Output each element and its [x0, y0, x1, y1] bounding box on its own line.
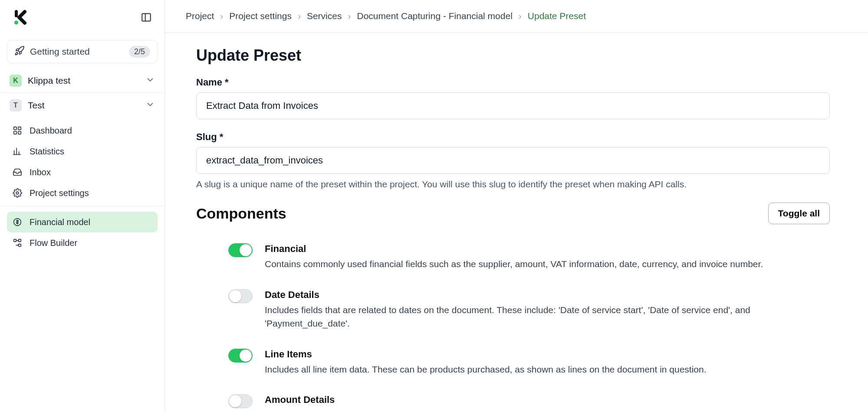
- sidebar: Getting started 2/5 K Klippa test T Test…: [0, 0, 165, 412]
- component-toggle[interactable]: [228, 394, 253, 408]
- dashboard-icon: [12, 125, 23, 136]
- component-description: Includes all line item data. These can b…: [265, 363, 830, 376]
- inbox-icon: [12, 167, 23, 177]
- project-name: Test: [28, 100, 139, 111]
- component-description: Contains commonly used financial fields …: [265, 257, 830, 271]
- component-description: Includes fields that are related to date…: [265, 303, 830, 330]
- sidebar-item-label: Inbox: [30, 167, 51, 177]
- component-body: FinancialContains commonly used financia…: [265, 243, 830, 271]
- components-heading: Components: [196, 205, 286, 222]
- sidebar-nav: Dashboard Statistics Inbox Project setti…: [0, 118, 164, 206]
- getting-started-card[interactable]: Getting started 2/5: [7, 40, 158, 63]
- chevron-right-icon: ›: [348, 11, 351, 21]
- breadcrumb-item[interactable]: Project: [186, 11, 214, 21]
- chevron-down-icon: [145, 100, 155, 111]
- sidebar-item-flow-builder[interactable]: Flow Builder: [7, 232, 158, 253]
- breadcrumb-item[interactable]: Project settings: [229, 11, 292, 21]
- components-header: Components Toggle all: [196, 203, 830, 224]
- breadcrumb-item[interactable]: Services: [307, 11, 342, 21]
- toggle-all-button[interactable]: Toggle all: [768, 203, 830, 224]
- breadcrumb-item[interactable]: Document Capturing - Financial model: [357, 11, 512, 21]
- slug-label: Slug *: [196, 131, 837, 143]
- components-list: FinancialContains commonly used financia…: [196, 237, 837, 412]
- collapse-sidebar-button[interactable]: [138, 10, 154, 25]
- component-toggle[interactable]: [228, 289, 253, 303]
- name-label: Name *: [196, 77, 837, 88]
- sidebar-item-financial-model[interactable]: Financial model: [7, 212, 158, 232]
- component-row: Amount Details: [196, 388, 830, 412]
- component-row: Date DetailsIncludes fields that are rel…: [196, 283, 830, 343]
- sidebar-item-label: Statistics: [30, 147, 64, 157]
- main: Project › Project settings › Services › …: [165, 0, 868, 412]
- sidebar-item-dashboard[interactable]: Dashboard: [7, 120, 158, 141]
- breadcrumb: Project › Project settings › Services › …: [165, 0, 868, 33]
- org-name: Klippa test: [28, 75, 139, 86]
- svg-rect-0: [15, 10, 18, 17]
- sidebar-item-label: Flow Builder: [30, 238, 77, 248]
- chevron-right-icon: ›: [220, 11, 223, 21]
- name-field: Name *: [196, 77, 837, 119]
- component-toggle[interactable]: [228, 349, 253, 363]
- name-input[interactable]: [196, 92, 830, 119]
- component-row: FinancialContains commonly used financia…: [196, 237, 830, 283]
- component-body: Date DetailsIncludes fields that are rel…: [265, 289, 830, 330]
- svg-rect-7: [18, 131, 21, 134]
- sidebar-item-label: Dashboard: [30, 126, 72, 136]
- svg-rect-5: [18, 127, 21, 130]
- app-logo-icon: [10, 9, 27, 26]
- statistics-icon: [12, 146, 23, 157]
- chevron-right-icon: ›: [298, 11, 301, 21]
- sidebar-item-statistics[interactable]: Statistics: [7, 141, 158, 162]
- component-body: Line ItemsIncludes all line item data. T…: [265, 349, 830, 376]
- slug-input[interactable]: [196, 147, 830, 174]
- component-toggle[interactable]: [228, 243, 253, 257]
- page-title: Update Preset: [196, 46, 837, 65]
- getting-started-label: Getting started: [30, 46, 124, 57]
- sidebar-item-project-settings[interactable]: Project settings: [7, 183, 158, 203]
- getting-started-progress-badge: 2/5: [129, 46, 150, 58]
- breadcrumb-item-current: Update Preset: [528, 11, 586, 21]
- dollar-circle-icon: [12, 217, 23, 227]
- component-title: Line Items: [265, 349, 830, 360]
- component-title: Date Details: [265, 289, 830, 301]
- svg-rect-2: [142, 13, 151, 21]
- sidebar-item-label: Financial model: [30, 217, 90, 227]
- svg-rect-6: [14, 131, 16, 134]
- sidebar-top: [0, 0, 164, 35]
- project-switcher[interactable]: T Test: [0, 93, 164, 118]
- gear-icon: [12, 188, 23, 198]
- component-body: Amount Details: [265, 394, 830, 408]
- slug-help-text: A slug is a unique name of the preset wi…: [196, 179, 837, 190]
- project-initial-badge: T: [10, 99, 22, 111]
- sidebar-item-label: Project settings: [30, 188, 89, 198]
- org-switcher[interactable]: K Klippa test: [0, 69, 164, 93]
- rocket-icon: [14, 46, 25, 58]
- svg-point-12: [16, 192, 19, 194]
- svg-rect-4: [14, 127, 16, 130]
- chevron-right-icon: ›: [519, 11, 522, 21]
- component-title: Financial: [265, 243, 830, 255]
- svg-point-1: [14, 21, 18, 25]
- sidebar-nav-secondary: Financial model Flow Builder: [0, 209, 164, 256]
- org-initial-badge: K: [10, 75, 22, 87]
- slug-field: Slug * A slug is a unique name of the pr…: [196, 131, 837, 190]
- component-row: Line ItemsIncludes all line item data. T…: [196, 343, 830, 389]
- content: Update Preset Name * Slug * A slug is a …: [165, 33, 868, 412]
- component-title: Amount Details: [265, 394, 830, 405]
- chevron-down-icon: [145, 75, 155, 86]
- flow-icon: [12, 238, 23, 248]
- sidebar-item-inbox[interactable]: Inbox: [7, 162, 158, 183]
